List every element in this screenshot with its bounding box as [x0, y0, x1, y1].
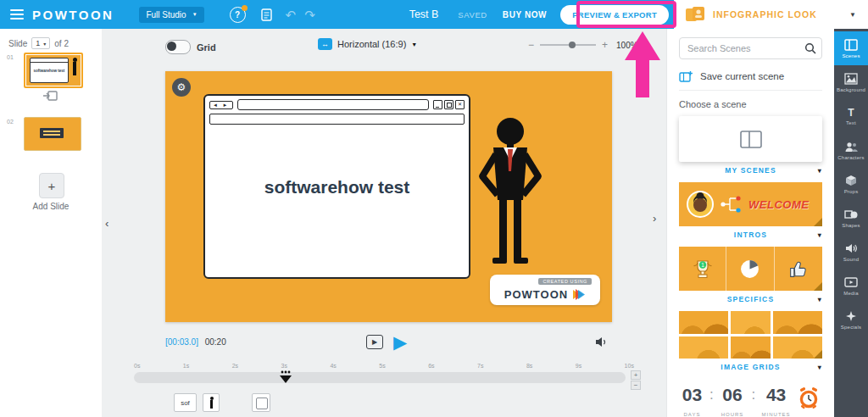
buy-now-link[interactable]: BUY NOW: [503, 10, 547, 19]
volume-icon[interactable]: [594, 336, 609, 348]
look-selector[interactable]: INFOGRAPHIC LOOK ▼: [674, 0, 868, 30]
ruler-tick: 1s: [183, 363, 189, 369]
script-icon[interactable]: [261, 8, 272, 21]
canvas-text-element[interactable]: softwarehow test: [205, 177, 469, 197]
add-transition-button[interactable]: [42, 90, 58, 102]
ruler-tick: 7s: [477, 363, 483, 369]
expand-scenes-panel-icon[interactable]: ›: [653, 212, 656, 225]
grid-label: Grid: [197, 42, 216, 53]
play-button[interactable]: ▶: [393, 333, 407, 351]
timeline-item-text[interactable]: sof: [174, 393, 197, 412]
slide-number-dropdown[interactable]: 1 ▾: [31, 37, 50, 49]
character-element[interactable]: [472, 117, 548, 274]
grid-toggle[interactable]: [165, 40, 191, 54]
thumbs-up-icon: [787, 259, 809, 280]
countdown-timer[interactable]: 03 DAYS : 06 HOURS : 43 MINUTES: [679, 386, 822, 417]
trophy-rank-label: 1: [701, 262, 704, 268]
add-slide-button[interactable]: +: [39, 173, 64, 198]
chevron-down-icon[interactable]: ▼: [849, 11, 856, 19]
zoom-control: − + 100%: [528, 40, 638, 50]
rail-item-specials[interactable]: Specials: [834, 303, 868, 336]
scenes-icon: [844, 39, 858, 51]
help-button[interactable]: ?: [230, 7, 246, 23]
timeline-scrubber[interactable]: [278, 370, 293, 384]
chevron-down-icon[interactable]: ▾: [818, 364, 822, 371]
watermark-tag: CREATED USING: [538, 278, 592, 285]
prop-thumb-icon: [256, 398, 268, 409]
chevron-down-icon[interactable]: ▾: [818, 231, 822, 239]
scenes-panel: Save current scene Choose a scene MY SCE…: [666, 29, 834, 417]
characters-icon: [844, 141, 858, 153]
browser-nav-buttons: ◄ ►: [209, 101, 233, 109]
look-name-label: INFOGRAPHIC LOOK: [713, 9, 817, 19]
maximize-icon: [444, 100, 453, 109]
timer-days: 03: [682, 385, 702, 404]
slide-settings-button[interactable]: ⚙: [172, 78, 191, 97]
avatar: [686, 190, 715, 219]
choose-scene-label: Choose a scene: [679, 99, 822, 109]
ruler-tick: 3s: [281, 363, 287, 369]
search-input[interactable]: [679, 37, 822, 59]
rail-label: Specials: [841, 325, 861, 330]
question-mark-icon: ?: [235, 10, 240, 19]
zoom-out-button[interactable]: −: [528, 40, 534, 50]
text-tool-icon: T: [848, 108, 854, 118]
rail-item-scenes[interactable]: Scenes: [834, 31, 868, 65]
save-current-scene-button[interactable]: Save current scene: [679, 63, 822, 91]
rail-item-background[interactable]: Background: [834, 65, 868, 99]
undo-icon[interactable]: ↶: [286, 8, 297, 21]
redo-icon[interactable]: ↷: [304, 8, 315, 21]
ruler-tick: 0s: [134, 363, 140, 369]
my-scenes-section: MY SCENES ▾: [679, 166, 822, 179]
search-icon[interactable]: [804, 42, 816, 54]
specifics-section: SPECIFICS ▾: [679, 295, 822, 308]
slide-canvas[interactable]: ⚙ ◄ ► ✕ softwarehow test: [165, 71, 612, 322]
playback-controls: [00:03.0] 00:20 ▶ ▶: [165, 332, 612, 356]
thumbnail-browser-graphic: softwarehow test: [30, 58, 69, 83]
timeline-zoom-in-button[interactable]: +: [631, 370, 641, 380]
grid-tile: [679, 336, 728, 359]
collapse-slides-panel-icon[interactable]: ‹: [105, 217, 108, 230]
zoom-slider-knob[interactable]: [569, 42, 576, 48]
chevron-down-icon: ▼: [411, 42, 417, 47]
image-grids-scene-banner[interactable]: [679, 311, 822, 359]
grid-tile: [773, 336, 822, 359]
powtoon-logo[interactable]: POWTOON: [32, 8, 114, 22]
rail-item-sound[interactable]: Sound: [834, 235, 868, 269]
topbar-actions: SAVED BUY NOW PREVIEW & EXPORT: [458, 0, 669, 29]
menu-icon[interactable]: [10, 7, 24, 22]
rail-item-media[interactable]: Media: [834, 269, 868, 303]
specifics-scene-banner[interactable]: 1: [679, 247, 822, 291]
slide-thumbnail-2[interactable]: [24, 117, 81, 151]
rail-item-props[interactable]: Props: [834, 167, 868, 201]
timer-separator: :: [751, 386, 755, 404]
thumbnail-text: softwarehow test: [31, 69, 68, 73]
browser-window-graphic[interactable]: ◄ ► ✕ softwarehow test: [203, 94, 470, 279]
orientation-dropdown[interactable]: ↔ Horizontal (16:9) ▼: [318, 38, 417, 50]
timeline-item-character[interactable]: [203, 393, 220, 412]
alarm-clock-icon: [797, 386, 821, 411]
watermark-brand-label: POWTOON: [504, 288, 568, 301]
rail-item-characters[interactable]: Characters: [834, 133, 868, 167]
zoom-in-button[interactable]: +: [602, 40, 608, 50]
powtoon-editor: POWTOON Full Studio ▼ ? ↶ ↷ Test B SAVED…: [0, 0, 868, 417]
timeline-zoom-out-button[interactable]: −: [631, 381, 641, 390]
zoom-slider[interactable]: [540, 44, 596, 46]
browser-address-bar: [237, 99, 429, 110]
timeline-item-prop[interactable]: [252, 393, 270, 412]
studio-mode-dropdown[interactable]: Full Studio ▼: [139, 7, 203, 23]
rail-item-shapes[interactable]: Shapes: [834, 201, 868, 235]
timeline-zoom: + −: [631, 370, 641, 390]
chevron-down-icon[interactable]: ▾: [818, 167, 822, 175]
save-status: SAVED: [458, 10, 487, 19]
timer-days-label: DAYS: [684, 412, 701, 417]
slide-thumbnail-1[interactable]: softwarehow test: [24, 53, 83, 88]
intros-scene-banner[interactable]: WELCOME: [679, 182, 822, 226]
play-slide-button[interactable]: ▶: [366, 335, 383, 349]
timeline-track[interactable]: [134, 372, 626, 383]
chevron-down-icon[interactable]: ▾: [818, 296, 822, 303]
preview-export-button[interactable]: PREVIEW & EXPORT: [560, 5, 669, 25]
notification-dot-icon: [242, 5, 248, 11]
rail-item-text[interactable]: T Text: [834, 99, 868, 133]
my-scenes-card[interactable]: [679, 116, 822, 162]
